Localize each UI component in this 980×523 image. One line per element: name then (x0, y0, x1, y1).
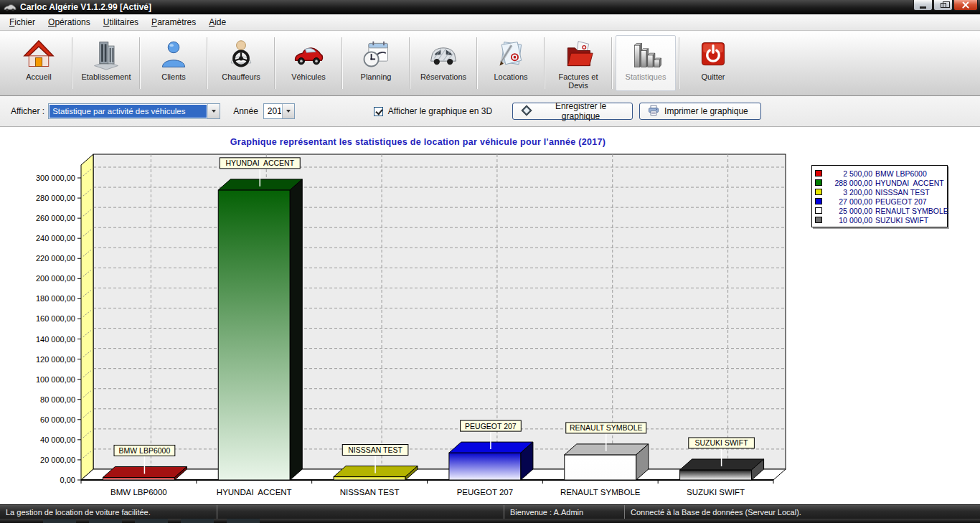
toolbar-separator (139, 37, 141, 89)
legend-item: 27 000,00PEUGEOT 207 (815, 197, 944, 206)
bar-callout: SUZUKI SWIFT (689, 438, 755, 448)
x-axis-label: NISSSAN TEST (340, 488, 400, 496)
toolbar-button-label: Véhicules (290, 72, 327, 81)
menu-operations[interactable]: Opérations (42, 15, 97, 29)
print-chart-label: Imprimer le graphique (664, 106, 748, 116)
toolbar-button-statistiques[interactable]: Statistiques (616, 35, 676, 91)
status-welcome: Bienvenue : A.Admin (504, 505, 624, 519)
bar-callout: HYUNDAI ACCENT (220, 158, 300, 169)
filter-bar: Afficher : Statistique par activité des … (0, 96, 980, 127)
close-button[interactable] (953, 0, 978, 11)
legend-swatch (815, 207, 822, 214)
toolbar-button-reservations[interactable]: Réservations (413, 35, 473, 91)
checkbox-3d-label: Afficher le graphique en 3D (388, 106, 492, 116)
legend-label: HYUNDAI ACCENT (875, 179, 944, 187)
legend-value: 2 500,00 (826, 169, 872, 178)
legend-label: RENAULT SYMBOLE (875, 207, 948, 215)
driver-icon (225, 37, 257, 72)
toolbar-separator (679, 37, 680, 89)
toolbar-separator (341, 37, 343, 89)
toolbar-button-label: Quitter (699, 72, 726, 81)
save-chart-button[interactable]: Enregistrer le graphique (512, 103, 633, 120)
save-icon (521, 105, 532, 118)
status-bar: La gestion de location de voiture facili… (0, 504, 980, 519)
toolbar-separator (207, 37, 208, 89)
toolbar-button-locations[interactable]: Locations (481, 35, 541, 91)
svg-text:PEUGEOT 207: PEUGEOT 207 (465, 422, 517, 430)
toolbar-separator (409, 37, 410, 89)
svg-text:260 000,00: 260 000,00 (36, 214, 75, 222)
toolbar-button-quitter[interactable]: Quitter (683, 35, 743, 91)
toolbar-button-chauffeurs[interactable]: Chauffeurs (211, 35, 271, 91)
toolbar-button-clients[interactable]: Clients (143, 35, 204, 91)
window-controls (913, 0, 978, 11)
chart-legend: 2 500,00BMW LBP6000288 000,00HYUNDAI ACC… (811, 165, 948, 227)
toolbar: AccueilEtablissementClientsChauffeursVéh… (0, 31, 980, 96)
svg-text:60 000,00: 60 000,00 (40, 415, 75, 424)
year-dropdown-arrow[interactable] (282, 104, 294, 118)
legend-item: 2 500,00BMW LBP6000 (815, 169, 944, 178)
menu-parametres[interactable]: Paramètres (145, 15, 202, 29)
legend-swatch (815, 170, 822, 176)
year-dropdown[interactable]: 2017 (263, 103, 295, 119)
svg-text:40 000,00: 40 000,00 (40, 435, 75, 444)
toolbar-separator (476, 37, 478, 89)
chart-panel: 0,0020 000,0040 000,0060 000,0080 000,00… (0, 127, 980, 504)
toolbar-button-label: Factures et Devis (549, 72, 608, 90)
statistic-dropdown-arrow[interactable] (207, 104, 220, 118)
toolbar-button-planning[interactable]: Planning (346, 35, 406, 91)
legend-swatch (815, 198, 822, 204)
toolbar-button-etablissement[interactable]: Etablissement (76, 35, 136, 91)
svg-text:SUZUKI SWIFT: SUZUKI SWIFT (695, 438, 749, 447)
toolbar-button-label: Chauffeurs (220, 72, 262, 81)
toolbar-button-label: Locations (492, 72, 529, 81)
checkbox-3d[interactable] (374, 107, 383, 116)
client-icon (158, 37, 189, 72)
menu-utilitaires[interactable]: Utilitaires (97, 15, 145, 29)
year-label: Année (233, 106, 258, 116)
legend-value: 25 000,00 (826, 207, 872, 215)
toolbar-button-factures-et-devis[interactable]: Factures et Devis (548, 35, 608, 91)
print-chart-button[interactable]: Imprimer le graphique (639, 103, 761, 120)
svg-text:100 000,00: 100 000,00 (36, 375, 75, 384)
printer-icon (648, 105, 659, 118)
toolbar-button-label: Réservations (419, 72, 468, 81)
svg-text:NISSSAN TEST: NISSSAN TEST (348, 446, 402, 454)
toolbar-separator (611, 37, 613, 89)
toolbar-button-label: Planning (359, 72, 393, 81)
year-dropdown-value: 2017 (265, 105, 281, 118)
statistic-dropdown[interactable]: Statistique par activité des véhicules (48, 103, 220, 119)
minimize-button[interactable] (913, 0, 933, 11)
reservation-icon (428, 37, 459, 72)
legend-swatch (815, 189, 822, 195)
toolbar-button-label: Statistiques (624, 72, 668, 81)
menu-aide[interactable]: Aide (202, 15, 232, 29)
legend-value: 3 200,00 (826, 188, 872, 197)
svg-text:280 000,00: 280 000,00 (36, 194, 75, 202)
x-axis-label: PEUGEOT 207 (457, 488, 513, 496)
legend-value: 288 000,00 (826, 179, 872, 187)
legend-label: SUZUKI SWIFT (875, 216, 928, 225)
status-empty (217, 505, 504, 519)
toolbar-button-vehicules[interactable]: Véhicules (278, 35, 339, 91)
svg-text:0,00: 0,00 (60, 476, 75, 484)
planning-icon (360, 37, 392, 72)
chevron-down-icon (286, 110, 291, 113)
svg-text:160 000,00: 160 000,00 (36, 314, 75, 323)
legend-label: NISSSAN TEST (875, 188, 930, 197)
toolbar-button-accueil[interactable]: Accueil (9, 35, 69, 91)
legend-value: 10 000,00 (826, 216, 872, 225)
x-axis-label: BMW LBP6000 (110, 488, 167, 496)
svg-text:BMW LBP6000: BMW LBP6000 (119, 446, 171, 455)
taskbar-sliver (0, 519, 980, 523)
legend-swatch (815, 217, 822, 223)
restore-button[interactable] (933, 0, 953, 11)
svg-text:240 000,00: 240 000,00 (36, 234, 75, 242)
legend-item: 288 000,00HYUNDAI ACCENT (815, 178, 944, 187)
menu-fichier[interactable]: Fichier (3, 15, 42, 29)
status-tagline: La gestion de location de voiture facili… (0, 505, 217, 519)
close-icon (961, 1, 970, 9)
legend-item: 3 200,00NISSSAN TEST (815, 187, 944, 197)
svg-text:80 000,00: 80 000,00 (40, 395, 75, 404)
toolbar-separator (544, 37, 545, 89)
